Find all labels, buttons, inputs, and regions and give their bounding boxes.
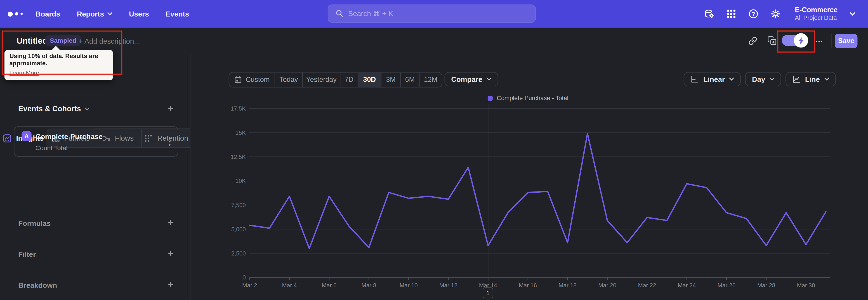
- range-yesterday[interactable]: Yesterday: [302, 72, 340, 87]
- settings-gear-icon[interactable]: [771, 9, 780, 19]
- x-tick-label: Mar 28: [757, 282, 775, 289]
- learn-more-link[interactable]: Learn More: [9, 69, 39, 76]
- event-letter-badge: A: [22, 131, 32, 141]
- event-card[interactable]: A Complete Purchase Count Total: [14, 126, 178, 157]
- header-divider: [831, 34, 832, 48]
- x-tick-label: Mar 10: [400, 282, 418, 289]
- chart-display-controls: Linear Day Line: [684, 72, 836, 86]
- top-nav: Boards Reports Users Events Search ⌘ + K…: [0, 0, 868, 28]
- y-tick-label: 7,500: [231, 202, 246, 208]
- compare-button[interactable]: Compare: [445, 72, 498, 86]
- range-today[interactable]: Today: [275, 72, 302, 87]
- help-icon[interactable]: ?: [748, 9, 758, 19]
- x-tick-label: Mar 20: [598, 282, 616, 289]
- more-options-button[interactable]: …: [815, 34, 824, 44]
- mixpanel-logo-icon[interactable]: [8, 0, 23, 28]
- series-line: [250, 133, 826, 248]
- sampled-badge[interactable]: Sampled: [45, 35, 81, 46]
- svg-text:?: ?: [752, 11, 755, 17]
- chevron-down-icon: [729, 78, 734, 81]
- apps-grid-icon[interactable]: [726, 9, 736, 19]
- add-filter-button[interactable]: +: [168, 250, 173, 258]
- chevron-down-icon: [107, 12, 112, 16]
- chevron-down-icon: [487, 78, 492, 81]
- event-name[interactable]: Complete Purchase: [35, 132, 103, 141]
- share-link-icon[interactable]: [748, 37, 757, 46]
- add-event-button[interactable]: +: [168, 105, 173, 113]
- nav-item-events[interactable]: Events: [165, 10, 189, 18]
- section-breakdown: Breakdown+: [18, 280, 174, 290]
- add-description-field[interactable]: + Add description...: [79, 37, 140, 46]
- range-12m[interactable]: 12M: [419, 72, 442, 87]
- range-30d[interactable]: 30D: [358, 72, 381, 87]
- duplicate-icon[interactable]: [767, 36, 777, 46]
- x-tick-label: Mar 12: [439, 282, 458, 289]
- chevron-down-icon: [770, 78, 775, 81]
- chevron-down-icon: [825, 78, 829, 81]
- event-metric[interactable]: Count Total: [35, 145, 68, 151]
- scale-dropdown[interactable]: Linear: [684, 72, 741, 86]
- section-label: Filter: [18, 250, 36, 259]
- line-chart-icon: [792, 75, 801, 83]
- chart-legend[interactable]: Complete Purchase - Total: [221, 95, 835, 101]
- x-tick-label: Mar 4: [282, 282, 297, 289]
- calendar-icon: [234, 76, 242, 84]
- y-tick-label: 10K: [236, 178, 246, 184]
- chart-type-dropdown[interactable]: Line: [786, 72, 836, 86]
- query-builder-panel: Insights Funnels Flows Retention Events …: [0, 54, 190, 300]
- project-chevron-down-icon[interactable]: [850, 12, 855, 16]
- add-breakdown-button[interactable]: +: [168, 281, 173, 289]
- legend-label: Complete Purchase - Total: [497, 95, 568, 101]
- insights-icon: [3, 133, 11, 143]
- project-name: E-Commerce: [795, 6, 837, 14]
- lightning-bolt-icon: [794, 33, 808, 48]
- data-management-icon[interactable]: [704, 9, 714, 19]
- x-tick-label: Mar 30: [797, 282, 815, 289]
- search-input[interactable]: Search ⌘ + K: [328, 4, 536, 23]
- range-3m[interactable]: 3M: [381, 72, 400, 87]
- chart-area: CustomTodayYesterday7D30D3M6M12M Compare…: [190, 54, 868, 300]
- legend-swatch: [488, 95, 493, 100]
- save-button[interactable]: Save: [835, 34, 857, 48]
- section-formulas: Formulas+: [18, 218, 174, 228]
- nav-item-reports[interactable]: Reports: [77, 10, 112, 18]
- report-title[interactable]: Untitled: [17, 36, 48, 46]
- y-tick-label: 5,000: [231, 226, 246, 232]
- nav-item-users[interactable]: Users: [129, 10, 149, 18]
- x-tick-label: Mar 6: [322, 282, 337, 289]
- project-selector[interactable]: E-Commerce All Project Data: [795, 6, 837, 21]
- section-filter: Filter+: [18, 249, 174, 259]
- app-window: Boards Reports Users Events Search ⌘ + K…: [0, 0, 868, 300]
- x-tick-label: Mar 2: [242, 282, 257, 289]
- sampling-tooltip: Using 10% of data. Results are approxima…: [4, 50, 113, 80]
- y-tick-label: 17.5K: [230, 106, 246, 112]
- chevron-down-icon: [85, 107, 90, 111]
- x-tick-label: Mar 22: [638, 282, 656, 289]
- nav-item-boards[interactable]: Boards: [35, 10, 60, 18]
- y-tick-label: 0: [243, 274, 246, 280]
- line-chart[interactable]: 02,5005,0007,50010K12.5K15K17.5KMar 2Mar…: [221, 104, 835, 298]
- event-kebab-menu-icon[interactable]: [169, 137, 170, 139]
- range-6m[interactable]: 6M: [400, 72, 419, 87]
- add-formulas-button[interactable]: +: [168, 219, 173, 227]
- x-tick-label: Mar 8: [362, 282, 376, 289]
- project-scope: All Project Data: [795, 14, 837, 21]
- x-tick-label: Mar 26: [717, 282, 736, 289]
- pagination-page-1[interactable]: 1: [483, 287, 493, 298]
- interval-dropdown[interactable]: Day: [745, 72, 781, 86]
- linear-axes-icon: [690, 75, 699, 83]
- search-icon: [336, 9, 344, 18]
- y-tick-label: 2,500: [231, 250, 246, 257]
- nav-menus: Boards Reports Users Events: [35, 0, 189, 28]
- range-custom[interactable]: Custom: [229, 72, 275, 87]
- range-7d[interactable]: 7D: [340, 72, 358, 87]
- sampling-toggle[interactable]: [782, 35, 807, 46]
- x-tick-label: Mar 16: [519, 282, 537, 289]
- y-tick-label: 12.5K: [230, 154, 246, 160]
- search-placeholder: Search ⌘ + K: [348, 9, 393, 18]
- section-label: Formulas: [18, 219, 51, 228]
- tooltip-text: Using 10% of data. Results are approxima…: [9, 53, 108, 67]
- events-cohorts-header[interactable]: Events & Cohorts: [18, 105, 90, 113]
- x-tick-label: Mar 24: [678, 282, 696, 289]
- date-range-control: CustomTodayYesterday7D30D3M6M12M: [228, 72, 442, 88]
